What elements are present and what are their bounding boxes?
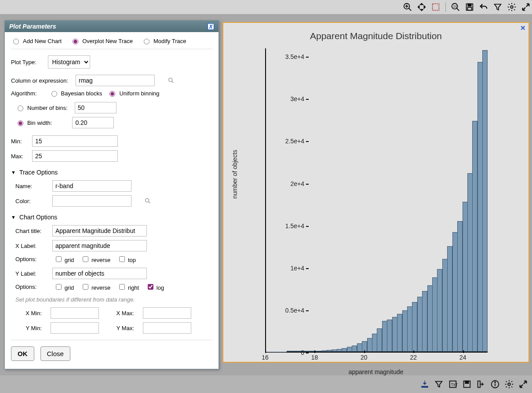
xlabel-label: X Label: — [15, 243, 47, 249]
plot-close-icon[interactable]: ✕ — [520, 24, 526, 32]
pan-icon[interactable] — [415, 1, 428, 13]
top-toolbar: 1x — [0, 0, 532, 14]
histogram-bar — [442, 259, 448, 352]
xmax-label: X Max: — [108, 310, 134, 317]
column-lookup-icon[interactable] — [167, 76, 175, 84]
download-icon[interactable] — [419, 378, 431, 390]
mode-modify-radio[interactable]: Modify Trace — [142, 37, 186, 44]
histogram-bar — [472, 121, 477, 352]
histogram-bar — [467, 173, 473, 352]
settings-icon[interactable] — [506, 1, 518, 13]
svg-rect-21 — [478, 381, 481, 388]
histogram-bar — [322, 350, 327, 352]
svg-rect-9 — [468, 4, 471, 7]
y-log-checkbox[interactable]: log — [146, 283, 164, 291]
ymax-input[interactable] — [143, 322, 191, 334]
x-options-label: Options: — [15, 256, 47, 262]
dialog-close-icon[interactable]: X — [208, 23, 214, 30]
histogram-bar — [327, 350, 332, 352]
close-button[interactable]: Close — [40, 346, 70, 361]
histogram-bar — [317, 351, 322, 352]
y-tick-label: 0 — [301, 349, 304, 356]
ymin-input[interactable] — [51, 322, 99, 334]
caret-down-icon: ▼ — [11, 215, 16, 220]
plot-type-label: Plot Type: — [11, 59, 36, 66]
save-icon[interactable] — [463, 1, 476, 13]
xlabel-input[interactable] — [52, 240, 147, 251]
numbins-input[interactable] — [75, 102, 117, 113]
min-input[interactable] — [32, 135, 118, 147]
trace-name-input[interactable] — [52, 180, 131, 192]
select-box-icon[interactable] — [430, 1, 442, 13]
x-grid-checkbox[interactable]: grid — [54, 255, 74, 263]
caret-down-icon: ▼ — [11, 170, 16, 175]
mode-add-radio[interactable]: Add New Chart — [11, 37, 62, 44]
chart-mode-group: Add New Chart Overplot New Trace Modify … — [11, 37, 212, 49]
filter-icon[interactable] — [492, 1, 504, 13]
info-icon[interactable] — [489, 378, 501, 390]
add-column-icon[interactable] — [475, 378, 487, 390]
algo-bayesian-radio[interactable]: Bayesian blocks — [49, 90, 102, 97]
y-options-label: Options: — [15, 284, 47, 290]
text-icon[interactable]: TXT — [447, 378, 459, 390]
column-input[interactable] — [76, 75, 155, 86]
y-reverse-checkbox[interactable]: reverse — [81, 283, 110, 291]
chart-options-toggle[interactable]: ▼ Chart Options — [11, 214, 212, 221]
y-axis-label: number of objects — [231, 150, 238, 199]
x-tick-label: 16 — [262, 354, 269, 361]
zoom-reset-icon[interactable]: 1x — [449, 1, 462, 13]
histogram-bar — [422, 291, 427, 352]
save-icon-2[interactable] — [461, 378, 473, 390]
x-top-checkbox[interactable]: top — [117, 255, 136, 263]
algo-uniform-radio[interactable]: Uniform binning — [107, 90, 159, 97]
boundaries-note: Set plot boundaries if different from da… — [15, 296, 212, 303]
filter-icon-2[interactable] — [433, 378, 445, 390]
ylabel-input[interactable] — [52, 268, 147, 279]
histogram-bar — [342, 348, 347, 352]
xmin-input[interactable] — [51, 307, 99, 319]
y-grid-checkbox[interactable]: grid — [54, 283, 74, 291]
binwidth-input[interactable] — [72, 117, 114, 128]
trace-color-input[interactable] — [52, 195, 131, 207]
svg-text:1x: 1x — [453, 4, 458, 8]
mode-overplot-radio[interactable]: Overplot New Trace — [70, 37, 133, 44]
xmax-input[interactable] — [143, 307, 191, 319]
numbins-radio[interactable]: Number of bins: — [15, 104, 68, 111]
svg-line-6 — [457, 8, 459, 11]
y-tick-label: 1e+4 — [290, 265, 304, 272]
zoom-in-icon[interactable] — [401, 1, 414, 13]
histogram-bar — [337, 349, 342, 352]
y-tick-label: 3e+4 — [290, 95, 304, 102]
x-reverse-checkbox[interactable]: reverse — [81, 255, 110, 263]
svg-point-26 — [495, 382, 496, 383]
color-lookup-icon[interactable] — [144, 197, 152, 205]
bottom-toolbar: TXT — [0, 375, 532, 393]
max-input[interactable] — [32, 150, 118, 162]
histogram-bar — [332, 349, 337, 352]
chart-title-input[interactable] — [52, 225, 147, 237]
histogram-bar — [457, 221, 463, 352]
histogram-bar — [427, 285, 433, 352]
settings-icon-2[interactable] — [503, 378, 515, 390]
dialog-titlebar[interactable]: Plot Parameters X — [5, 21, 219, 32]
algorithm-label: Algorithm: — [11, 90, 37, 97]
y-tick-label: 2e+4 — [290, 180, 304, 187]
y-tick-label: 0.5e+4 — [285, 307, 304, 314]
ok-button[interactable]: OK — [11, 346, 34, 361]
trace-color-label: Color: — [15, 198, 37, 204]
expand-icon-2[interactable] — [517, 378, 529, 390]
x-tick-label: 20 — [361, 354, 368, 361]
max-label: Max: — [11, 153, 27, 160]
trace-options-toggle[interactable]: ▼ Trace Options — [11, 169, 212, 176]
histogram-bar — [482, 50, 488, 352]
svg-point-11 — [510, 6, 513, 8]
histogram-bar — [387, 320, 392, 352]
plot-title: Apparent Magnitude Distribution — [223, 31, 528, 41]
svg-line-13 — [172, 81, 173, 83]
y-right-checkbox[interactable]: right — [117, 283, 139, 291]
expand-icon[interactable] — [520, 1, 532, 13]
binwidth-radio[interactable]: Bin width: — [15, 119, 52, 126]
histogram-bar — [452, 232, 458, 352]
plot-type-select[interactable]: Histogram — [48, 55, 90, 69]
undo-icon[interactable] — [477, 1, 490, 13]
